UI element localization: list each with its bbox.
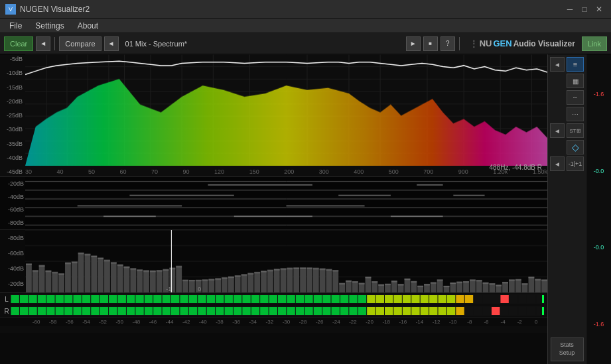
rp-diamond-btn[interactable]: ◇ [567,140,584,154]
link-button[interactable]: Link [582,36,607,51]
scale-n36: -36 [228,319,245,325]
freq-700: 700 [423,168,433,175]
meter-section: L R -60 -58 -56 -54 -52 -50 -48 [0,293,547,333]
wf-db-labels: -20dB -40dB -60dB -80dB [0,177,25,229]
spectrum-display[interactable]: -5dB -10dB -15dB -20dB -25dB -30dB -35dB… [0,54,547,177]
rp-arrow-1[interactable]: ◄ [550,57,565,72]
nugen-brand: ⋮ NUGEN Audio Visualizer [469,38,575,49]
menu-about[interactable]: About [71,20,105,32]
rv-2: -0.0 [588,168,610,174]
scale-n14: -14 [411,319,428,325]
scale-labels: -60 -58 -56 -54 -52 -50 -48 -46 -44 -42 … [0,317,547,326]
freq-50: 50 [88,168,95,175]
toolbar: Clear ◄ Compare ◄ 01 Mix - Spectrum* ► ■… [0,33,611,54]
rp-row-6: ◇ [550,140,584,154]
freq-90: 90 [183,168,190,175]
rp-wave2-btn[interactable]: ⋯ [567,107,584,121]
rp-val-btn[interactable]: -1|+1 [567,156,584,171]
rp-st-btn[interactable]: ST⊞ [567,123,584,138]
db-label-20: -20dB [1,98,24,105]
compare-button[interactable]: Compare [59,36,101,51]
hist-db-60: -60dB [0,250,25,257]
wf-db-40: -40dB [0,194,25,200]
scale-n48: -48 [128,319,145,325]
scale-n38: -38 [211,319,228,325]
record-button[interactable]: ■ [423,36,438,51]
meter-bar-l [11,294,545,304]
scale-0: 0 [528,319,545,325]
rp-row-7: ◄ -1|+1 [550,156,584,171]
rp-row-4: ⋯ [550,107,584,121]
freq-300: 300 [319,168,329,175]
hist-db-20: -20dB [0,280,25,287]
cursor-info: 488Hz, -44.8dB R [490,164,543,171]
track-name: 01 Mix - Spectrum* [121,40,403,48]
rp-wave-btn[interactable]: ～ [567,90,584,105]
separator-2 [459,37,460,50]
scale-n2: -2 [511,319,528,325]
stats-setup-button[interactable]: Stats Setup [551,337,584,361]
scale-n34: -34 [245,319,261,325]
scale-n4: -4 [495,319,511,325]
clear-button[interactable]: Clear [4,36,33,51]
menu-settings[interactable]: Settings [29,20,70,32]
scale-n32: -32 [261,319,278,325]
help-button[interactable]: ? [441,36,455,51]
meter-r-canvas [11,306,545,316]
scale-n6: -6 [478,319,494,325]
freq-120: 120 [214,168,224,175]
menu-file[interactable]: File [3,20,29,32]
setup-label: Setup [559,349,575,357]
scale-n30: -30 [278,319,295,325]
back-button[interactable]: ◄ [36,36,50,51]
scale-n46: -46 [145,319,161,325]
rp-arrow-6[interactable]: ◄ [550,156,565,171]
scale-n40: -40 [194,319,211,325]
rp-arrow-5[interactable]: ◄ [550,123,565,138]
right-values: -1.6 -0.0 -0.0 -1.6 [586,54,611,364]
wf-db-60: -60dB [0,206,25,213]
brand-suffix: Audio Visualizer [513,39,575,48]
brand-gen: GEN [494,38,512,48]
meter-label-l: L [3,296,11,303]
db-label-10: -10dB [1,70,24,76]
scale-n26: -26 [311,319,328,325]
menu-bar: File Settings About [0,19,611,33]
histogram-display: -20dB -40dB -60dB -80dB [0,230,547,293]
analyzer: -5dB -10dB -15dB -20dB -25dB -30dB -35dB… [0,54,547,364]
freq-200: 200 [284,168,294,175]
rp-lines-btn[interactable]: ≡ [567,57,584,72]
rp-bars-btn[interactable]: ▦ [567,74,584,88]
play-button[interactable]: ► [406,36,421,51]
scale-n58: -58 [44,319,61,325]
freq-70: 70 [151,168,158,175]
freq-30: 30 [25,168,32,175]
meter-bar-r [11,306,545,316]
wf-db-80: -80dB [0,219,25,226]
scale-n18: -18 [378,319,395,325]
scale-n52: -52 [95,319,111,325]
rp-row-2: ▦ [550,74,584,88]
rp-row-1: ◄ ≡ [550,57,584,72]
waterfall-canvas [25,177,547,229]
freq-400: 400 [354,168,364,175]
scale-n16: -16 [395,319,411,325]
meter-label-r: R [3,308,11,315]
scale-n56: -56 [61,319,78,325]
prev-track-button[interactable]: ◄ [104,36,119,51]
db-label-15: -15dB [1,84,24,91]
minimize-button[interactable]: ─ [563,3,577,16]
freq-150: 150 [249,168,259,175]
db-label-5: -5dB [1,56,24,62]
close-button[interactable]: ✕ [592,3,606,16]
freq-60: 60 [120,168,127,175]
stats-label: Stats [560,341,574,349]
maximize-button[interactable]: □ [578,3,591,16]
scale-n44: -44 [161,319,178,325]
spectrum-canvas [25,54,547,166]
db-label-40: -40dB [1,154,24,161]
hist-db-80: -80dB [0,235,25,241]
scale-n28: -28 [295,319,311,325]
freq-labels: 30 40 50 60 70 90 120 150 200 300 400 50… [25,168,547,175]
scale-n8: -8 [461,319,478,325]
